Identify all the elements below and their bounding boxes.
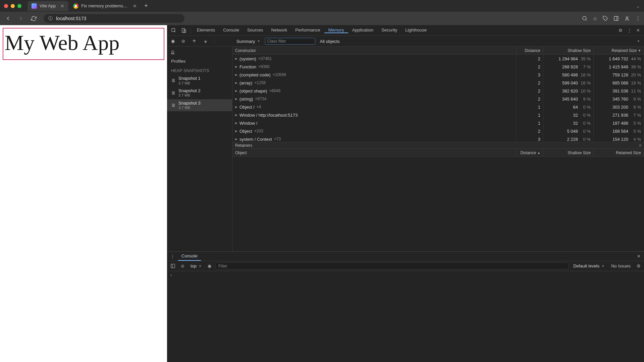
devtools-tab-performance[interactable]: Performance xyxy=(291,27,324,33)
browser-tab[interactable]: Vite App ✕ xyxy=(28,1,68,11)
close-tab-icon[interactable]: ✕ xyxy=(60,3,64,9)
col-retained[interactable]: Retained Size xyxy=(594,149,644,157)
expand-icon[interactable]: ▶ xyxy=(235,137,237,141)
profile-icon[interactable] xyxy=(624,16,630,21)
expand-icon[interactable]: ▶ xyxy=(235,81,237,84)
browser-tab[interactable]: Fix memory problems | Dev ✕ xyxy=(69,1,141,11)
heap-row[interactable]: ▶ (compiled code) ×10599 3 580 49616 % 7… xyxy=(232,71,644,79)
back-button[interactable] xyxy=(3,14,13,23)
col-distance[interactable]: Distance xyxy=(517,47,543,54)
snapshot-item[interactable]: 🗎 Snapshot 3 3.7 MB xyxy=(167,99,232,112)
devtools-tab-security[interactable]: Security xyxy=(377,27,401,33)
snapshot-size: 3.7 MB xyxy=(178,81,201,85)
devtools-tab-console[interactable]: Console xyxy=(219,27,243,33)
distance-value: 1 xyxy=(538,121,540,126)
record-icon[interactable]: ◉ xyxy=(169,39,177,44)
expand-icon[interactable]: ▶ xyxy=(235,89,237,93)
devtools-tab-sources[interactable]: Sources xyxy=(243,27,267,33)
heap-row[interactable]: ▶ system / Context ×73 3 2 2280 % 154 12… xyxy=(232,135,644,142)
heap-row[interactable]: ▶ Object / ×4 1 640 % 303 2008 % xyxy=(232,103,644,111)
bookmark-icon[interactable]: ☆ xyxy=(593,15,597,22)
snapshot-item[interactable]: 🗎 Snapshot 2 3.7 MB xyxy=(167,87,232,99)
expand-icon[interactable]: ▶ xyxy=(235,97,237,101)
snapshot-size: 3.7 MB xyxy=(178,106,201,110)
expand-icon[interactable]: ▶ xyxy=(235,65,237,68)
console-body[interactable]: › xyxy=(167,271,644,362)
shallow-value: 5 048 xyxy=(567,129,578,134)
devtools-tab-memory[interactable]: Memory xyxy=(324,27,348,33)
devtools-tab-lighthouse[interactable]: Lighthouse xyxy=(401,27,431,33)
view-mode-dropdown[interactable]: Summary ▼ xyxy=(234,39,262,44)
snapshot-item[interactable]: 🗎 Snapshot 1 3.7 MB xyxy=(167,74,232,87)
expand-icon[interactable]: ▶ xyxy=(235,113,237,117)
download-icon[interactable] xyxy=(201,39,210,44)
heap-grid-body[interactable]: ▶ (system) ×37461 2 1 294 98435 % 1 649 … xyxy=(232,55,644,142)
console-filter-input[interactable] xyxy=(215,262,569,269)
expand-icon[interactable]: ▶ xyxy=(235,129,237,133)
close-drawer-icon[interactable]: ✕ xyxy=(636,254,642,259)
minimize-window-button[interactable] xyxy=(11,4,15,8)
clear-icon[interactable]: ⊘ xyxy=(179,39,187,44)
col-constructor[interactable]: Constructor xyxy=(232,47,517,54)
close-tab-icon[interactable]: ✕ xyxy=(133,3,137,9)
heap-row[interactable]: ▶ Window / 1 320 % 187 4885 % xyxy=(232,119,644,127)
expand-icon[interactable]: ▶ xyxy=(235,73,237,76)
extensions-icon[interactable] xyxy=(603,16,608,21)
new-tab-button[interactable]: + xyxy=(142,2,151,9)
drawer-more-icon[interactable]: ⋮ xyxy=(169,254,176,259)
url-input[interactable]: ⓘ localhost:5173 xyxy=(44,14,184,23)
heap-row[interactable]: ▶ (array) ×1258 2 599 04016 % 685 06818 … xyxy=(232,79,644,87)
retainers-menu-icon[interactable]: ≡ xyxy=(639,143,641,148)
retained-value: 271 936 xyxy=(612,113,628,118)
class-filter-field[interactable] xyxy=(267,39,313,44)
zoom-icon[interactable] xyxy=(582,16,587,21)
expand-tabs-icon[interactable]: ⌄ xyxy=(636,3,640,9)
col-shallow[interactable]: Shallow Size xyxy=(543,47,594,54)
shallow-pct: 35 % xyxy=(580,56,591,61)
maximize-window-button[interactable] xyxy=(17,4,21,8)
side-panel-icon[interactable] xyxy=(613,16,619,21)
app-title: My Web App xyxy=(5,31,162,55)
upload-icon[interactable] xyxy=(190,39,199,44)
heap-row[interactable]: ▶ (string) ×9734 2 345 6409 % 345 7609 % xyxy=(232,95,644,103)
context-dropdown[interactable]: top ▼ xyxy=(189,263,204,268)
more-icon[interactable]: ⋮ xyxy=(625,28,634,33)
object-filter-dropdown[interactable]: All objects ▼ xyxy=(318,39,642,44)
site-info-icon[interactable]: ⓘ xyxy=(48,15,53,21)
close-devtools-icon[interactable]: ✕ xyxy=(634,28,642,33)
forward-button[interactable] xyxy=(16,14,25,23)
col-shallow[interactable]: Shallow Size xyxy=(543,149,594,157)
live-expression-icon[interactable]: ◉ xyxy=(206,263,213,268)
class-filter-input[interactable] xyxy=(265,38,315,45)
console-filter-field[interactable] xyxy=(218,264,566,268)
log-levels-dropdown[interactable]: Default levels ▼ xyxy=(571,263,606,268)
col-distance[interactable]: Distance▲ xyxy=(517,149,543,157)
heap-row[interactable]: ▶ Function ×9390 2 268 9287 % 1 415 9483… xyxy=(232,63,644,71)
close-window-button[interactable] xyxy=(4,4,8,8)
heap-row[interactable]: ▶ (object shape) ×6946 2 382 62010 % 391… xyxy=(232,87,644,95)
heap-row[interactable]: ▶ (system) ×37461 2 1 294 98435 % 1 649 … xyxy=(232,55,644,63)
expand-icon[interactable]: ▶ xyxy=(235,105,237,109)
expand-icon[interactable]: ▶ xyxy=(235,121,237,125)
menu-icon[interactable]: ⋮ xyxy=(635,15,641,22)
heap-row[interactable]: ▶ Object ×203 2 5 0480 % 168 5645 % xyxy=(232,127,644,135)
tab-title: Vite App xyxy=(40,3,56,8)
inspect-element-icon[interactable] xyxy=(169,28,178,33)
device-toolbar-icon[interactable] xyxy=(179,28,189,33)
settings-icon[interactable]: ⚙ xyxy=(616,28,625,33)
reload-button[interactable] xyxy=(29,14,38,23)
sort-asc-icon: ▲ xyxy=(537,151,540,155)
toggle-sidebar-icon[interactable] xyxy=(169,263,177,268)
console-settings-icon[interactable]: ⚙ xyxy=(635,263,642,268)
heap-row[interactable]: ▶ Window / http://localhost:5173 1 320 %… xyxy=(232,111,644,119)
devtools-tab-elements[interactable]: Elements xyxy=(193,27,219,33)
clear-console-icon[interactable]: ⊘ xyxy=(179,263,186,268)
devtools-tab-network[interactable]: Network xyxy=(267,27,291,33)
collect-garbage-icon[interactable] xyxy=(167,49,232,56)
devtools-tab-application[interactable]: Application xyxy=(348,27,378,33)
col-retained[interactable]: Retained Size▼ xyxy=(594,47,644,54)
expand-icon[interactable]: ▶ xyxy=(235,57,237,60)
console-tab[interactable]: Console xyxy=(178,252,201,261)
col-object[interactable]: Object xyxy=(232,149,517,157)
sort-desc-icon: ▼ xyxy=(638,49,641,52)
